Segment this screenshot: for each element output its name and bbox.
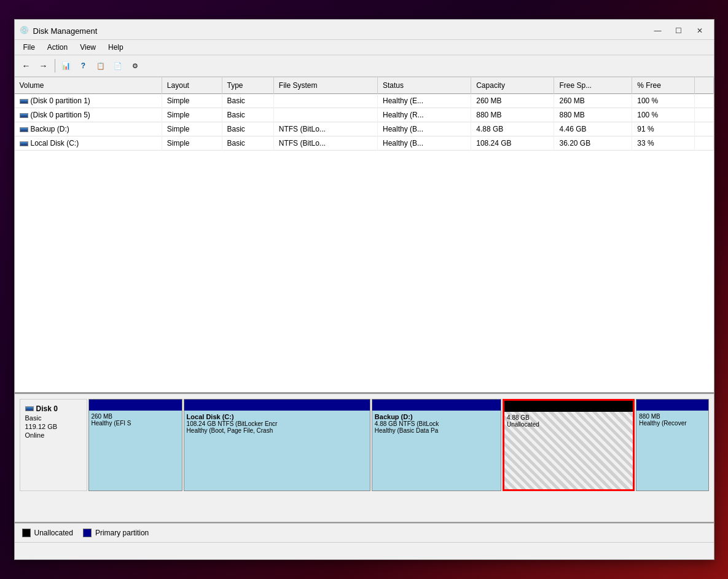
partition-name: Local Disk (C:) bbox=[187, 413, 367, 420]
view-button[interactable]: 📊 bbox=[58, 58, 74, 74]
partition-backup-d[interactable]: Backup (D:) 4.88 GB NTFS (BitLock Health… bbox=[372, 399, 501, 491]
menu-file[interactable]: File bbox=[17, 41, 41, 53]
cell-type: Basic bbox=[222, 108, 273, 122]
cell-capacity: 4.88 GB bbox=[471, 122, 554, 136]
cell-type: Basic bbox=[222, 136, 273, 151]
window-title: Disk Management bbox=[33, 26, 98, 36]
maximize-button[interactable]: ☐ bbox=[670, 25, 688, 37]
partition-info: Healthy (EFI S bbox=[92, 420, 179, 427]
legend-unallocated: Unallocated bbox=[22, 529, 73, 537]
cell-volume: Backup (D:) bbox=[15, 122, 162, 136]
menu-action[interactable]: Action bbox=[41, 41, 74, 53]
cell-type: Basic bbox=[222, 122, 273, 136]
cell-pct-free: 91 % bbox=[632, 122, 694, 136]
cell-extra bbox=[694, 94, 713, 108]
toolbar-separator-1 bbox=[55, 59, 55, 73]
cell-filesystem: NTFS (BitLo... bbox=[273, 136, 377, 151]
col-extra[interactable] bbox=[694, 77, 713, 94]
disk-row: Disk 0 Basic 119.12 GB Online 260 MB Hea… bbox=[20, 399, 709, 491]
cell-free: 260 MB bbox=[554, 94, 632, 108]
cell-layout: Simple bbox=[162, 122, 222, 136]
main-content: Volume Layout Type File System Status Ca… bbox=[15, 77, 714, 559]
cell-capacity: 260 MB bbox=[471, 94, 554, 108]
disk-label: Disk 0 Basic 119.12 GB Online bbox=[20, 399, 87, 491]
legend-label-unallocated: Unallocated bbox=[34, 529, 73, 537]
cell-volume: (Disk 0 partition 5) bbox=[15, 108, 162, 122]
col-status[interactable]: Status bbox=[377, 77, 471, 94]
col-capacity[interactable]: Capacity bbox=[471, 77, 554, 94]
legend-label-primary: Primary partition bbox=[95, 529, 149, 537]
minimize-button[interactable]: — bbox=[649, 25, 667, 37]
close-button[interactable]: ✕ bbox=[691, 25, 709, 37]
col-layout[interactable]: Layout bbox=[162, 77, 222, 94]
cell-pct-free: 100 % bbox=[632, 94, 694, 108]
cell-layout: Simple bbox=[162, 94, 222, 108]
partition-size: 880 MB bbox=[639, 413, 705, 420]
partition-info: Unallocated bbox=[507, 421, 630, 428]
settings-button[interactable]: ⚙ bbox=[127, 58, 143, 74]
partition-header bbox=[372, 400, 501, 411]
partition-body: Backup (D:) 4.88 GB NTFS (BitLock Health… bbox=[372, 411, 501, 490]
table-row[interactable]: Local Disk (C:) Simple Basic NTFS (BitLo… bbox=[15, 136, 714, 151]
partition-size: 260 MB bbox=[92, 413, 179, 420]
partition-info: Healthy (Basic Data Pa bbox=[375, 427, 498, 434]
app-icon: 💿 bbox=[20, 26, 29, 36]
help-button[interactable]: ? bbox=[76, 58, 92, 74]
disk-partitions: 260 MB Healthy (EFI S Local Disk (C:) 10… bbox=[88, 399, 709, 491]
partition-unallocated[interactable]: 4.88 GB Unallocated bbox=[503, 399, 635, 491]
partition-name: Backup (D:) bbox=[375, 413, 498, 420]
cell-filesystem: NTFS (BitLo... bbox=[273, 122, 377, 136]
cell-volume: Local Disk (C:) bbox=[15, 136, 162, 151]
partition-body: Local Disk (C:) 108.24 GB NTFS (BitLocke… bbox=[184, 411, 370, 490]
cell-capacity: 108.24 GB bbox=[471, 136, 554, 151]
col-filesystem[interactable]: File System bbox=[273, 77, 377, 94]
forward-button[interactable]: → bbox=[36, 58, 52, 74]
cell-layout: Simple bbox=[162, 136, 222, 151]
menu-bar: File Action View Help bbox=[15, 40, 714, 55]
col-volume[interactable]: Volume bbox=[15, 77, 162, 94]
back-button[interactable]: ← bbox=[18, 58, 34, 74]
partition-body: 4.88 GB Unallocated bbox=[504, 412, 633, 489]
legend-box-primary bbox=[83, 529, 92, 537]
disk-icon bbox=[25, 406, 34, 411]
cell-type: Basic bbox=[222, 94, 273, 108]
partition-efi[interactable]: 260 MB Healthy (EFI S bbox=[88, 399, 182, 491]
menu-help[interactable]: Help bbox=[102, 41, 130, 53]
cell-status: Healthy (R... bbox=[377, 108, 471, 122]
title-bar: 💿 Disk Management — ☐ ✕ bbox=[15, 20, 714, 40]
col-type[interactable]: Type bbox=[222, 77, 273, 94]
partition-size: 4.88 GB bbox=[507, 414, 630, 421]
partition-info: Healthy (Recover bbox=[639, 420, 705, 427]
cell-pct-free: 33 % bbox=[632, 136, 694, 151]
disk-map-area: Disk 0 Basic 119.12 GB Online 260 MB Hea… bbox=[15, 394, 714, 523]
partition-body: 880 MB Healthy (Recover bbox=[636, 411, 708, 490]
title-bar-left: 💿 Disk Management bbox=[20, 26, 98, 36]
export-button[interactable]: 📄 bbox=[110, 58, 126, 74]
console-button[interactable]: 📋 bbox=[93, 58, 109, 74]
disk-name: Disk 0 bbox=[25, 404, 82, 413]
legend-area: Unallocated Primary partition bbox=[15, 523, 714, 542]
cell-status: Healthy (B... bbox=[377, 136, 471, 151]
cell-free: 36.20 GB bbox=[554, 136, 632, 151]
table-row[interactable]: Backup (D:) Simple Basic NTFS (BitLo... … bbox=[15, 122, 714, 136]
volumes-table: Volume Layout Type File System Status Ca… bbox=[15, 77, 714, 151]
partition-local-c[interactable]: Local Disk (C:) 108.24 GB NTFS (BitLocke… bbox=[184, 399, 370, 491]
table-row[interactable]: (Disk 0 partition 1) Simple Basic Health… bbox=[15, 94, 714, 108]
col-free[interactable]: Free Sp... bbox=[554, 77, 632, 94]
legend-box-unallocated bbox=[22, 529, 31, 537]
partition-header bbox=[184, 400, 370, 411]
table-row[interactable]: (Disk 0 partition 5) Simple Basic Health… bbox=[15, 108, 714, 122]
cell-layout: Simple bbox=[162, 108, 222, 122]
cell-free: 880 MB bbox=[554, 108, 632, 122]
cell-free: 4.46 GB bbox=[554, 122, 632, 136]
partition-size: 108.24 GB NTFS (BitLocker Encr bbox=[187, 420, 367, 427]
toolbar: ← → 📊 ? 📋 📄 ⚙ bbox=[15, 55, 714, 77]
partition-header bbox=[89, 400, 182, 411]
partition-recovery[interactable]: 880 MB Healthy (Recover bbox=[636, 399, 708, 491]
disk-management-window: 💿 Disk Management — ☐ ✕ File Action View… bbox=[14, 19, 714, 560]
title-bar-controls: — ☐ ✕ bbox=[649, 25, 709, 37]
col-pct-free[interactable]: % Free bbox=[632, 77, 694, 94]
menu-view[interactable]: View bbox=[74, 41, 102, 53]
cell-pct-free: 100 % bbox=[632, 108, 694, 122]
partition-size: 4.88 GB NTFS (BitLock bbox=[375, 420, 498, 427]
